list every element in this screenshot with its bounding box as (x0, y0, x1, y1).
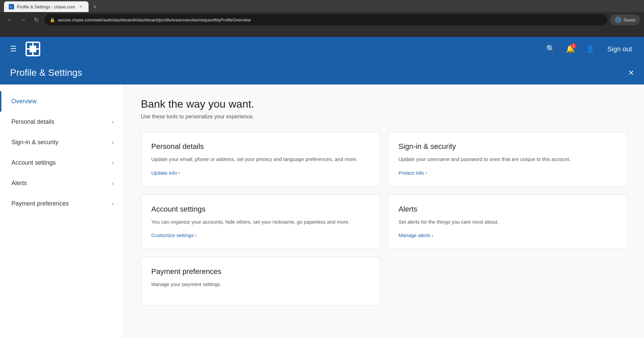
sidebar-item-account-settings[interactable]: Account settings › (0, 153, 124, 173)
main-content: Bank the way you want. Use these tools t… (124, 84, 644, 338)
tab-close-button[interactable]: × (78, 4, 84, 10)
link-chevron-icon: › (178, 170, 180, 175)
chevron-right-icon: › (112, 201, 114, 207)
back-button[interactable]: ← (4, 14, 15, 25)
forward-button[interactable]: → (17, 14, 28, 25)
card-description: You can organize your accounts, hide oth… (151, 218, 370, 226)
tab-favicon: C (9, 4, 14, 9)
personal-details-card: Personal details Update your email, phon… (141, 132, 380, 186)
chevron-right-icon: › (112, 180, 114, 186)
sidebar-item-payment-preferences[interactable]: Payment preferences › (0, 193, 124, 214)
search-icon: 🔍 (546, 45, 555, 53)
sidebar-item-overview[interactable]: Overview (0, 91, 124, 112)
sidebar-item-sign-in-security[interactable]: Sign-in & security › (0, 132, 124, 153)
profile-label: Guest (624, 17, 635, 22)
link-chevron-icon: › (425, 170, 427, 175)
link-chevron-icon: › (195, 233, 197, 238)
update-info-link[interactable]: Update info › (151, 170, 180, 176)
sidebar-item-label: Overview (11, 98, 37, 105)
sidebar: Overview Personal details › Sign-in & se… (0, 84, 124, 338)
new-tab-button[interactable]: + (90, 2, 100, 12)
customize-settings-link[interactable]: Customize settings › (151, 232, 197, 238)
sign-in-security-card: Sign-in & security Update your username … (388, 132, 627, 186)
profile-icon: 👤 (615, 16, 622, 23)
lock-icon: 🔒 (50, 17, 55, 22)
card-title: Payment preferences (151, 267, 370, 276)
update-info-label: Update info (151, 170, 177, 176)
page-title: Profile & Settings (10, 67, 82, 78)
notification-badge: 1 (571, 43, 576, 49)
active-tab: C Profile & Settings - chase.com × (4, 1, 89, 12)
sidebar-item-label: Personal details (11, 118, 54, 125)
card-title: Sign-in & security (398, 142, 617, 151)
content-heading: Bank the way you want. (141, 98, 627, 110)
payment-preferences-card: Payment preferences Manage your payment … (141, 257, 380, 305)
protect-info-link[interactable]: Protect info › (398, 170, 427, 176)
address-bar-row: ← → ↻ 🔒 secure.chase.com/web/auth/dashbo… (0, 12, 644, 27)
link-chevron-icon: › (432, 233, 433, 238)
notifications-button[interactable]: 🔔 1 (564, 43, 577, 55)
card-description: Set alerts for the things you care most … (398, 218, 617, 226)
sidebar-item-label: Payment preferences (11, 200, 69, 207)
header-actions: 🔍 🔔 1 👤 Sign out (544, 43, 636, 55)
user-button[interactable]: 👤 (584, 43, 597, 55)
tab-bar: C Profile & Settings - chase.com × + (0, 0, 644, 12)
sidebar-item-personal-details[interactable]: Personal details › (0, 112, 124, 132)
manage-alerts-label: Manage alerts (398, 232, 430, 238)
manage-alerts-link[interactable]: Manage alerts › (398, 232, 433, 238)
sidebar-item-label: Account settings (11, 159, 56, 166)
sign-out-button[interactable]: Sign out (603, 43, 636, 55)
chevron-right-icon: › (112, 119, 114, 125)
tab-title: Profile & Settings - chase.com (17, 4, 75, 9)
cards-grid: Personal details Update your email, phon… (141, 132, 627, 249)
chevron-right-icon: › (112, 139, 114, 146)
user-icon: 👤 (586, 45, 595, 53)
browser-chrome: C Profile & Settings - chase.com × + ← →… (0, 0, 644, 37)
protect-info-label: Protect info (398, 170, 424, 176)
address-bar[interactable]: 🔒 secure.chase.com/web/auth/dashboard#/d… (44, 14, 607, 25)
chevron-right-icon: › (112, 160, 114, 166)
sidebar-item-label: Sign-in & security (11, 139, 58, 146)
banner-close-button[interactable]: × (629, 67, 634, 78)
main-layout: Overview Personal details › Sign-in & se… (0, 84, 644, 338)
search-button[interactable]: 🔍 (544, 43, 557, 55)
address-text: secure.chase.com/web/auth/dashboard#/das… (58, 17, 251, 22)
card-description: Update your email, phone or address, set… (151, 156, 370, 163)
card-title: Personal details (151, 142, 370, 151)
customize-settings-label: Customize settings (151, 232, 194, 238)
profile-button[interactable]: 👤 Guest (610, 14, 640, 25)
card-title: Account settings (151, 205, 370, 214)
hamburger-button[interactable]: ☰ (8, 43, 19, 55)
card-description: Manage your payment settings. (151, 281, 370, 288)
chase-logo (25, 42, 40, 56)
profile-banner: Profile & Settings × (0, 61, 644, 84)
refresh-button[interactable]: ↻ (31, 14, 42, 25)
alerts-card: Alerts Set alerts for the things you car… (388, 194, 627, 249)
account-settings-card: Account settings You can organize your a… (141, 194, 380, 249)
sidebar-item-alerts[interactable]: Alerts › (0, 173, 124, 193)
card-description: Update your username and password to one… (398, 156, 617, 163)
svg-rect-7 (30, 46, 36, 52)
svg-text:C: C (10, 6, 12, 8)
sidebar-item-label: Alerts (11, 180, 27, 187)
chase-header: ☰ 🔍 🔔 1 👤 Sign out (0, 37, 644, 61)
card-title: Alerts (398, 205, 617, 214)
content-subheading: Use these tools to personalize your expe… (141, 114, 627, 120)
